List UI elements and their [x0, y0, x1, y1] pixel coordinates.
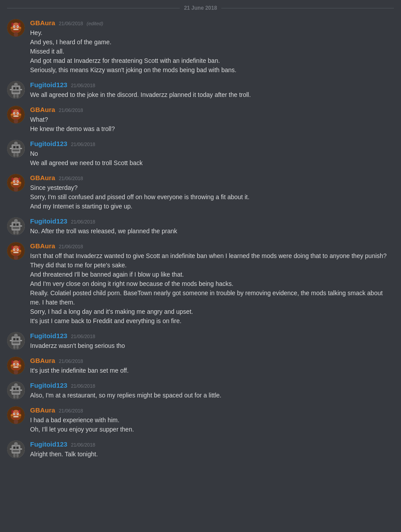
svg-point-30	[14, 113, 15, 114]
username[interactable]: Fugitoid123	[30, 331, 67, 340]
svg-rect-44	[13, 153, 15, 157]
svg-point-58	[14, 187, 18, 192]
svg-rect-126	[19, 414, 21, 416]
svg-rect-60	[12, 222, 20, 231]
message-content: Fugitoid12321/06/2018We all agreed to th…	[30, 80, 394, 100]
svg-point-18	[14, 83, 18, 86]
message-text: We all agreed to the joke in the discord…	[30, 90, 394, 100]
username[interactable]: GBAura	[30, 18, 55, 27]
svg-point-31	[17, 113, 18, 114]
svg-rect-33	[11, 114, 13, 116]
svg-rect-95	[12, 360, 13, 364]
svg-rect-21	[13, 94, 15, 98]
message-header: GBAura21/06/2018	[30, 405, 394, 415]
username[interactable]: Fugitoid123	[30, 216, 67, 226]
svg-rect-130	[13, 447, 15, 449]
svg-point-12	[14, 32, 18, 37]
message-line: I had a bad experience with him.	[30, 416, 394, 425]
svg-rect-50	[19, 177, 20, 181]
svg-rect-113	[13, 395, 15, 398]
svg-point-8	[17, 26, 18, 27]
message-group: GBAura21/06/2018I had a bad experience w…	[0, 404, 401, 436]
svg-rect-45	[16, 153, 19, 157]
message-line: Sorry, I'm still confused and pissed off…	[30, 193, 394, 202]
date-text: 21 June 2018	[184, 4, 217, 12]
message-group: Fugitoid12321/06/2018NoWe all agreed we …	[0, 137, 401, 170]
message-line: Seriously, this means Kizzy wasn't jokin…	[30, 66, 394, 75]
svg-rect-16	[16, 87, 19, 89]
svg-rect-40	[12, 150, 19, 151]
svg-rect-136	[13, 454, 15, 457]
message-line: They did that to me for pete's sake.	[30, 261, 394, 270]
svg-rect-125	[11, 414, 13, 416]
message-group: GBAura21/06/2018(edited)Hey.And yes, I h…	[0, 16, 401, 77]
message-line: What?	[30, 115, 394, 124]
svg-rect-61	[13, 224, 15, 226]
svg-rect-80	[19, 250, 21, 252]
timestamp: 21/06/2018	[71, 442, 95, 448]
svg-rect-102	[11, 365, 13, 366]
svg-rect-67	[13, 231, 15, 234]
svg-point-35	[14, 119, 18, 123]
username[interactable]: GBAura	[30, 405, 55, 415]
avatar	[7, 440, 25, 458]
message-content: GBAura21/06/2018(edited)Hey.And yes, I h…	[30, 18, 394, 75]
username[interactable]: GBAura	[30, 356, 55, 365]
svg-rect-37	[12, 144, 20, 153]
svg-point-104	[14, 370, 18, 374]
svg-point-133	[14, 442, 18, 446]
timestamp: 21/06/2018	[59, 243, 83, 250]
svg-rect-19	[10, 89, 12, 90]
svg-point-99	[14, 364, 15, 365]
username[interactable]: GBAura	[30, 241, 55, 251]
avatar	[7, 140, 25, 158]
avatar	[7, 382, 25, 399]
svg-point-81	[14, 255, 18, 260]
username[interactable]: GBAura	[30, 173, 55, 182]
message-header: GBAura21/06/2018	[30, 241, 394, 251]
message-header: Fugitoid12321/06/2018	[30, 439, 394, 449]
username[interactable]: Fugitoid123	[30, 439, 67, 449]
message-content: GBAura21/06/2018It's just the indefinite…	[30, 356, 394, 375]
svg-point-41	[14, 142, 18, 145]
svg-point-77	[17, 249, 18, 250]
message-line: We all agreed to the joke in the discord…	[30, 90, 394, 100]
svg-point-53	[14, 181, 15, 182]
svg-rect-132	[12, 450, 19, 452]
svg-point-127	[14, 420, 18, 424]
svg-rect-135	[20, 448, 22, 450]
svg-rect-32	[13, 116, 19, 117]
message-line: And my Internet is starting to give up.	[30, 202, 394, 211]
svg-rect-88	[10, 340, 12, 341]
message-content: Fugitoid12321/06/2018Alright then. Talk …	[30, 439, 394, 459]
message-group: Fugitoid12321/06/2018We all agreed to th…	[0, 78, 401, 101]
message-header: Fugitoid12321/06/2018	[30, 381, 394, 390]
svg-rect-17	[12, 91, 19, 93]
username[interactable]: Fugitoid123	[30, 139, 67, 148]
message-header: GBAura21/06/2018	[30, 356, 394, 365]
message-content: Fugitoid12321/06/2018No. After the troll…	[30, 216, 394, 236]
timestamp: 21/06/2018	[59, 175, 83, 182]
message-line: Missed it all.	[30, 47, 394, 56]
avatar	[7, 106, 25, 123]
username[interactable]: GBAura	[30, 105, 55, 114]
message-text: No. After the troll was released, we pla…	[30, 227, 394, 236]
svg-rect-38	[13, 146, 15, 148]
message-group: GBAura21/06/2018It's just the indefinite…	[0, 354, 401, 377]
svg-rect-107	[13, 388, 15, 390]
message-group: Fugitoid12321/06/2018Invaderzz wasn't be…	[0, 329, 401, 352]
message-line: Oh, I'll let you enjoy your supper then.	[30, 425, 394, 434]
svg-rect-11	[19, 27, 21, 29]
message-line: Hey.	[30, 28, 394, 38]
message-text: NoWe all agreed we need to troll Scott b…	[30, 149, 394, 168]
svg-rect-84	[13, 338, 15, 340]
username[interactable]: Fugitoid123	[30, 381, 67, 390]
avatar	[7, 217, 25, 235]
username[interactable]: Fugitoid123	[30, 80, 67, 89]
svg-rect-131	[16, 447, 19, 449]
svg-rect-66	[20, 225, 22, 227]
timestamp: 21/06/2018	[71, 333, 95, 340]
svg-rect-63	[12, 227, 19, 229]
svg-point-100	[17, 364, 18, 365]
svg-point-123	[17, 413, 18, 414]
